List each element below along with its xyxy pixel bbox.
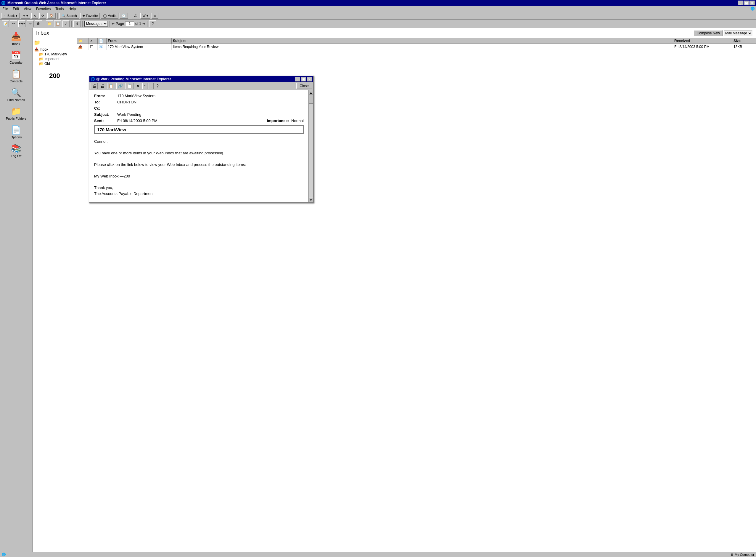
popup-main-content: From: 170 MarkView System To: CHORTON Cc… <box>89 90 309 202</box>
body-greeting: Connor, <box>94 139 304 145</box>
menu-help[interactable]: Help <box>67 6 77 11</box>
title-bar: 🌐 Microsoft Outlook Web Access-Microsoft… <box>0 0 756 6</box>
popup-title-bar: 🌐 @ Work Pending-Microsoft Internet Expl… <box>89 76 313 82</box>
history-button[interactable]: 🕐 <box>120 13 128 19</box>
body-dept: The Accounts Payable Department <box>94 191 304 197</box>
print2-btn[interactable]: 🖨 <box>73 21 81 27</box>
folder-170markview[interactable]: 📂 170 MarkView <box>38 52 75 57</box>
sidebar-item-logoff[interactable]: 📚 Log Off <box>3 143 30 159</box>
popup-copy-btn[interactable]: 📋 <box>126 83 133 89</box>
scroll-track[interactable] <box>309 95 313 198</box>
scroll-thumb[interactable] <box>309 95 313 104</box>
msg-check-cell[interactable]: ☐ <box>89 44 98 50</box>
email-to-field: To: CHORTON <box>94 100 304 104</box>
email-subject-field: Subject: Work Pending <box>94 112 304 117</box>
view-select[interactable]: Messages <box>84 21 108 27</box>
popup-link-btn[interactable]: 🔗 <box>116 83 124 89</box>
body-link[interactable]: My Web Inbox <box>94 174 119 178</box>
copy-btn[interactable]: 📋 <box>54 21 61 27</box>
popup-down-btn[interactable]: ↓ <box>149 83 154 89</box>
close-window-button[interactable]: ✕ <box>750 1 755 5</box>
sidebar-label-find-names: Find Names <box>7 98 25 101</box>
new-message-btn[interactable]: 📝 <box>2 21 9 27</box>
popup-close-btn[interactable]: ✕ <box>307 77 312 82</box>
of-label: of 1 <box>135 22 141 26</box>
menu-edit[interactable]: Edit <box>11 6 20 11</box>
reply-all-btn[interactable]: ↩↩ <box>18 21 26 27</box>
media-button[interactable]: ◯ Media <box>101 13 118 19</box>
arrow-left: ⇐ <box>112 22 115 26</box>
body-link-num: —200 <box>120 174 130 178</box>
edit-button[interactable]: W ▾ <box>140 13 150 19</box>
sidebar-item-inbox[interactable]: 📥 Inbox <box>3 31 30 47</box>
col-size: Size <box>732 38 756 43</box>
stop-button[interactable]: ✕ <box>31 13 38 19</box>
reply-btn[interactable]: ↩ <box>10 21 17 27</box>
folder-170markview-label: 170 MarkView <box>44 52 67 56</box>
favorite-button[interactable]: ★ Favorite <box>80 13 100 19</box>
popup-clip-btn[interactable]: 📋 <box>107 83 115 89</box>
sidebar-item-contacts[interactable]: 📋 Contacts <box>3 68 30 84</box>
body-line1: You have one or more items in your Web I… <box>94 150 304 156</box>
sidebar-item-public-folders[interactable]: 📁 Public Folders <box>3 105 30 121</box>
menu-favorites[interactable]: Favorites <box>35 6 52 11</box>
compose-type-select[interactable]: Mail Message <box>724 31 752 36</box>
sidebar-item-calendar[interactable]: 📅 Calendar <box>3 49 30 65</box>
popup-help-btn[interactable]: ? <box>155 83 160 89</box>
status-globe-icon: 🌐 <box>2 553 6 556</box>
popup-restore-btn[interactable]: ▣ <box>301 77 306 82</box>
inbox-header: Inbox Compose New Mail Message <box>33 28 756 38</box>
col-received: Received <box>673 38 732 43</box>
folder-inbox-label: Inbox <box>40 48 48 52</box>
scroll-up-btn[interactable]: ▲ <box>309 90 313 95</box>
minimize-button[interactable]: _ <box>738 1 743 5</box>
help-btn[interactable]: ? <box>149 21 156 27</box>
separator-1 <box>57 13 58 19</box>
restore-button[interactable]: ▣ <box>744 1 749 5</box>
compose-new-button[interactable]: Compose New <box>694 30 723 36</box>
sidebar-item-find-names[interactable]: 🔍 Find Names <box>3 87 30 103</box>
search-button[interactable]: 🔍 Search <box>60 13 79 19</box>
folder-inbox[interactable]: 📥 Inbox <box>34 47 75 52</box>
popup-minimize-btn[interactable]: _ <box>295 77 300 82</box>
menu-bar: File Edit View Favorites Tools Help 🌐 <box>0 6 756 12</box>
forward-button[interactable]: ⇒ ▾ <box>21 13 30 19</box>
menu-tools[interactable]: Tools <box>54 6 65 11</box>
sent-label: Sent: <box>94 118 115 123</box>
compose-area: Compose New Mail Message <box>694 30 752 36</box>
popup-print2-btn[interactable]: 🖨 <box>99 83 106 89</box>
menu-view[interactable]: View <box>23 6 33 11</box>
forward-btn[interactable]: ↪ <box>27 21 34 27</box>
menu-file[interactable]: File <box>1 6 9 11</box>
check-btn[interactable]: ✓ <box>62 21 69 27</box>
mail-button[interactable]: ✉ <box>152 13 158 19</box>
sidebar-label-options: Options <box>11 136 22 139</box>
find-names-icon: 🔍 <box>11 88 21 97</box>
scroll-down-btn[interactable]: ▼ <box>309 198 313 202</box>
msg-attachment-cell: 📧 <box>98 44 106 50</box>
refresh-button[interactable]: ⟳ <box>39 13 46 19</box>
separator-7 <box>147 21 148 27</box>
msg-size-cell: 13KB <box>732 44 756 50</box>
table-row[interactable]: 📥 ☐ 📧 170 MarkView System Items Requirin… <box>77 44 756 50</box>
popup-up-btn[interactable]: ↑ <box>143 83 148 89</box>
folder-old[interactable]: 📂 Old <box>38 61 75 66</box>
back-button[interactable]: ← Back ▾ <box>1 13 20 19</box>
move-btn[interactable]: 📁 <box>46 21 53 27</box>
folder-important[interactable]: 📂 Important <box>38 57 75 61</box>
sidebar-label-logoff: Log Off <box>11 154 22 157</box>
public-folders-icon: 📁 <box>11 106 21 116</box>
page-input[interactable] <box>125 21 134 26</box>
col-icon: 📁 <box>77 38 89 43</box>
delete-btn[interactable]: 🗑 <box>35 21 42 27</box>
popup-print-btn[interactable]: 🖨 <box>91 83 98 89</box>
print-button[interactable]: 🖨 <box>132 13 139 18</box>
sidebar-label-contacts: Contacts <box>10 79 23 83</box>
home-button[interactable]: 🏠 <box>48 13 56 19</box>
calendar-icon: 📅 <box>11 50 21 60</box>
popup-delete-btn[interactable]: ✕ <box>135 83 141 89</box>
sidebar-item-options[interactable]: 📄 Options <box>3 124 30 140</box>
popup-title-text: @ Work Pending-Microsoft Internet Explor… <box>96 77 171 81</box>
popup-close-button[interactable]: Close <box>296 83 312 89</box>
status-computer-icon: 🖥 <box>730 553 733 556</box>
